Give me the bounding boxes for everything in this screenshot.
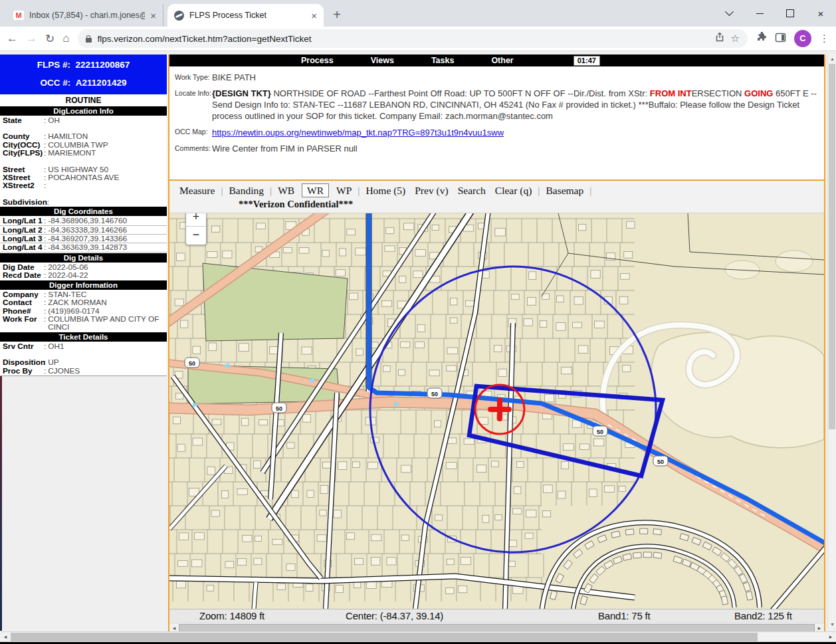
map-zoom-control: + − (185, 213, 207, 245)
minimize-button[interactable] (744, 0, 775, 27)
scroll-up-icon[interactable]: ▴ (828, 54, 836, 63)
status-center: Center: (-84.37, 39.14) (346, 610, 443, 621)
lock-icon[interactable] (86, 38, 92, 43)
scroll-down-icon[interactable]: ▾ (828, 620, 836, 629)
zoom-in-button[interactable]: + (186, 213, 206, 227)
toolbar-button-wp[interactable]: WP (336, 185, 352, 196)
section-header: Ticket Details (0, 332, 167, 342)
map-section: Measure|Banding|WBWRWP|Home (5)Prev (v)S… (169, 179, 824, 634)
locate-part: FROM INT (650, 88, 692, 98)
toolbar-button-prev-v-[interactable]: Prev (v) (415, 185, 448, 196)
svg-text:50: 50 (657, 459, 664, 465)
tab-gmail[interactable]: M Inbox (57,854) - chari.m.jones@v × (7, 4, 163, 27)
highway-shield: 50 (593, 426, 607, 436)
occ-map-row: OCC Map: https://newtin.oups.org/newtinw… (175, 126, 819, 138)
status-zoom: Zoom: 14809 ft (199, 610, 264, 621)
toolbar-button-banding[interactable]: Banding (229, 185, 264, 196)
locate-info-label: Locate Info: (175, 88, 212, 122)
toolbar-button-clear-q-[interactable]: Clear (q) (495, 185, 532, 196)
extensions-icon[interactable] (756, 32, 767, 46)
omnibox[interactable]: flps.verizon.com/nextTicket.htm?action=g… (78, 29, 748, 48)
field-row: Recd Date:2022-04-22 (0, 271, 167, 279)
timer-badge: 01:47 (574, 56, 600, 66)
map-canvas[interactable]: 5050505050 (169, 213, 824, 609)
close-window-button[interactable]: × (805, 0, 836, 27)
flps-number: FLPS #: 22211200867 (0, 60, 167, 70)
field-row: Disposition:UP (0, 358, 167, 366)
highway-shield: 50 (653, 456, 668, 466)
window-controls: × (714, 0, 836, 27)
field-row: Srv Cntr:OH1 (0, 342, 167, 350)
status-band2: Band2: 125 ft (734, 610, 792, 621)
maximize-button[interactable] (775, 0, 805, 27)
avatar[interactable]: C (794, 30, 811, 47)
map-statusbar: Zoom: 14809 ft Center: (-84.37, 39.14) B… (169, 609, 824, 623)
reload-icon[interactable]: ↻ (45, 32, 54, 46)
address-bar: ← → ↻ ⌂ flps.verizon.com/nextTicket.htm?… (0, 27, 836, 51)
page-vertical-scrollbar[interactable]: ▴ ▾ (827, 54, 836, 629)
toolbar-button-measure[interactable]: Measure (179, 185, 215, 196)
highway-shield: 50 (427, 388, 442, 398)
tab-search-icon[interactable] (714, 0, 744, 27)
svg-text:50: 50 (276, 405, 282, 412)
tab-flps[interactable]: FLPS Process Ticket × (167, 4, 324, 27)
field-row: Long/Lat 1:-84.368906,39.146760 (0, 217, 167, 225)
map-viewport[interactable]: 5050505050 + − (169, 213, 824, 609)
scroll-right-icon[interactable]: ▸ (825, 632, 836, 642)
work-type-row: Work Type: BIKE PATH (175, 72, 819, 83)
section-header: DigLocation Info (0, 106, 167, 116)
menu-item-tasks[interactable]: Tasks (431, 56, 455, 65)
side-panel-icon[interactable] (775, 32, 786, 46)
toolbar-button-home-5-[interactable]: Home (5) (366, 185, 405, 196)
back-icon[interactable]: ← (7, 32, 18, 45)
app-menubar: ProcessViewsTasksOther 01:47 (169, 54, 824, 66)
comments-row: Comments: Wire Center from FIM in PARSER… (175, 143, 819, 154)
scrollbar-thumb[interactable] (11, 633, 758, 641)
page: FLPS #: 22211200867 OCC #: A211201429 RO… (0, 52, 836, 644)
toolbar-button-wr[interactable]: WR (302, 183, 329, 197)
locate-part: GOING (744, 88, 773, 98)
svg-text:50: 50 (431, 391, 438, 397)
work-type-value: BIKE PATH (212, 72, 819, 83)
page-horizontal-scrollbar[interactable]: ◂ ▸ (0, 631, 836, 642)
locate-part: NORTHSIDE OF ROAD --Farthest Point Off R… (271, 88, 650, 98)
occ-map-link[interactable]: https://newtin.oups.org/newtinweb/map_tk… (212, 128, 504, 138)
comments-label: Comments: (175, 143, 212, 154)
field-row: Subdivision: (0, 198, 167, 206)
home-icon[interactable]: ⌂ (62, 32, 69, 45)
menu-item-process[interactable]: Process (301, 56, 334, 65)
locate-part: ERSECTION (692, 88, 744, 98)
zoom-out-button[interactable]: − (186, 227, 206, 244)
new-tab-button[interactable]: + (328, 6, 346, 25)
field-row: Long/Lat 4:-84.363639,39.142873 (0, 243, 167, 252)
section-header: Dig Coordinates (0, 207, 167, 216)
ticket-info: Work Type: BIKE PATH Locate Info: {DESIG… (169, 66, 824, 179)
toolbar-button-wb[interactable]: WB (278, 185, 294, 196)
menu-item-other[interactable]: Other (491, 56, 513, 65)
bookmark-star-icon[interactable]: ☆ (731, 33, 740, 45)
gmail-icon: M (13, 11, 24, 20)
svg-text:50: 50 (597, 429, 603, 435)
scroll-left-icon[interactable]: ◂ (0, 632, 11, 642)
field-row: Contact:ZACK MORMAN (0, 298, 167, 306)
url-text[interactable]: flps.verizon.com/nextTicket.htm?action=g… (98, 34, 708, 44)
close-icon[interactable]: × (150, 11, 156, 21)
confidential-banner: ***Verizon Confidential*** (169, 199, 824, 213)
highway-shield: 50 (185, 358, 199, 368)
field-row: FS Id: (0, 375, 167, 376)
menu-dots-icon[interactable]: ⋮ (819, 33, 829, 45)
toolbar-button-search[interactable]: Search (458, 185, 486, 196)
close-icon[interactable]: × (311, 11, 317, 21)
svg-text:50: 50 (189, 360, 195, 367)
menu-item-views[interactable]: Views (371, 56, 394, 65)
toolbar-button-basemap[interactable]: Basemap (546, 185, 583, 196)
field-row: Work For:COLUMBIA TWP AND CITY OF CINCI (0, 315, 167, 332)
flps-favicon (174, 11, 184, 21)
scrollbar-thumb[interactable] (829, 64, 835, 429)
locate-part: {DESIGN TKT} (212, 88, 271, 98)
share-icon[interactable] (714, 32, 725, 45)
field-row: XStreet2: (0, 181, 167, 189)
forward-icon[interactable]: → (26, 32, 37, 45)
toolbar-divider: | (358, 185, 360, 196)
field-row: Proc By:CJONES (0, 367, 167, 375)
